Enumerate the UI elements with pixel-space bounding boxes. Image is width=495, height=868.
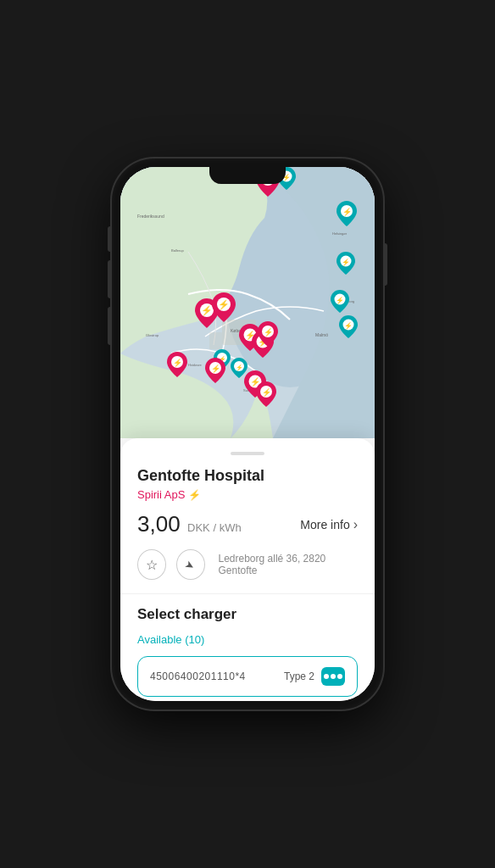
charger-card[interactable]: 45006400201110*4 Type 2 [137,656,358,697]
charger-right: Type 2 [284,667,345,686]
charger-dot-1 [324,674,329,679]
address-text: Ledreborg allé 36, 2820 Gentofte [219,553,359,576]
price-value: 3,00 [137,511,181,537]
svg-text:⚡: ⚡ [173,358,183,368]
action-row: ☆ ➤ Ledreborg allé 36, 2820 Gentofte [137,549,358,580]
map-svg: Frederikssund Ballerup København Malmö G… [120,167,375,438]
svg-text:⚡: ⚡ [342,258,350,266]
location-name: Gentofte Hospital [137,467,358,485]
more-info-button[interactable]: More info › [300,517,358,532]
star-icon: ☆ [146,557,158,573]
svg-text:⚡: ⚡ [201,304,213,316]
charger-dot-3 [337,674,342,679]
svg-text:⚡: ⚡ [218,298,230,310]
drag-handle[interactable] [231,452,264,455]
svg-text:Frederikssund: Frederikssund [137,214,164,219]
charger-type-icon [321,667,345,686]
available-badge: Available (10) [137,633,204,646]
svg-text:⚡: ⚡ [342,207,353,217]
svg-text:⚡: ⚡ [264,327,274,337]
charger-dots [324,674,342,679]
divider [120,593,375,594]
charger-type-label: Type 2 [284,670,314,682]
price-display: 3,00 DKK / kWh [137,511,242,537]
provider-bolt-icon: ⚡ [188,489,201,501]
svg-text:Glostrup: Glostrup [146,333,159,337]
navigate-button[interactable]: ➤ [176,549,205,580]
volume-up-button[interactable] [108,260,111,298]
provider-name: Spirii ApS [137,488,185,501]
svg-text:⚡: ⚡ [344,321,353,330]
svg-text:⚡: ⚡ [336,296,344,304]
price-unit: DKK / kWh [187,521,242,534]
more-info-label: More info [300,518,349,531]
svg-rect-3 [209,332,222,349]
svg-text:⚡: ⚡ [236,364,243,371]
svg-text:Helsingør: Helsingør [332,231,348,236]
svg-text:Ballerup: Ballerup [171,248,184,253]
phone-frame: Frederikssund Ballerup København Malmö G… [112,159,383,709]
mute-button[interactable] [108,226,111,252]
provider-row: Spirii ApS ⚡ [137,488,358,501]
navigation-icon: ➤ [183,557,197,572]
bottom-sheet: Gentofte Hospital Spirii ApS ⚡ 3,00 DKK … [120,438,375,701]
svg-text:⚡: ⚡ [262,387,272,398]
svg-text:Hvidovre: Hvidovre [188,363,203,367]
charger-dot-2 [331,674,336,679]
chevron-right-icon: › [353,517,358,532]
power-button[interactable] [384,243,387,286]
volume-down-button[interactable] [108,307,111,345]
charger-id: 45006400201110*4 [150,670,246,682]
svg-text:⚡: ⚡ [211,364,221,374]
select-charger-title: Select charger [137,606,358,623]
price-row: 3,00 DKK / kWh More info › [137,511,358,537]
map-area[interactable]: Frederikssund Ballerup København Malmö G… [120,167,375,438]
svg-text:Malmö: Malmö [315,332,328,337]
favorite-button[interactable]: ☆ [137,549,166,580]
phone-screen: Frederikssund Ballerup København Malmö G… [120,167,375,701]
notch [209,167,286,184]
